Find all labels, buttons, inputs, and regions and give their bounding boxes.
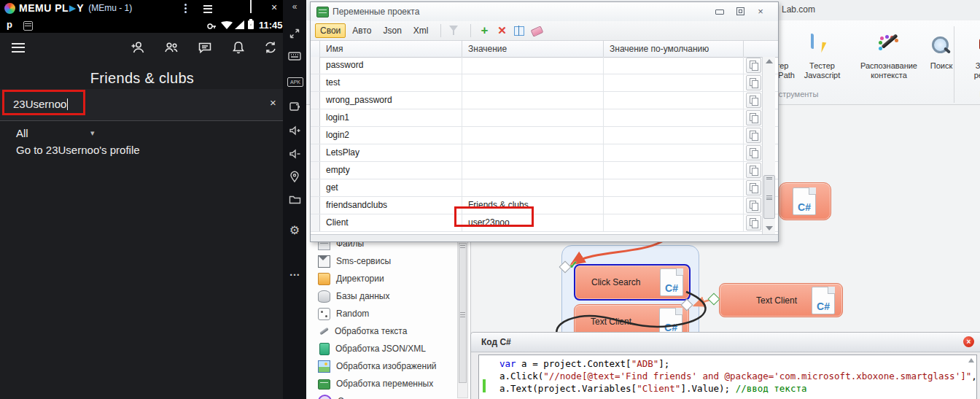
- grid-rows: password test wrong_password login1 logi…: [311, 57, 778, 232]
- table-row[interactable]: wrong_password: [311, 92, 778, 109]
- copy-icon[interactable]: [746, 145, 761, 160]
- header-default[interactable]: Значение по-умолчанию: [604, 41, 744, 57]
- fullscreen-icon[interactable]: [283, 28, 306, 42]
- signal-icon: [235, 20, 244, 29]
- highlight-search-input: [2, 90, 85, 115]
- copy-icon[interactable]: [746, 75, 761, 90]
- filter-dropdown[interactable]: All: [16, 127, 28, 139]
- header-value[interactable]: Значение: [462, 41, 604, 57]
- divider: [0, 120, 283, 121]
- restore-button[interactable]: [734, 7, 746, 17]
- header-selector: [311, 41, 320, 57]
- variables-window-titlebar[interactable]: Переменные проекта ×: [311, 2, 778, 22]
- variables-window-title: Переменные проекта: [332, 7, 419, 17]
- add-friend-icon[interactable]: [130, 39, 146, 55]
- volume-down-icon[interactable]: [283, 148, 306, 163]
- clear-variable-button[interactable]: [529, 23, 544, 38]
- install-apk-icon[interactable]: APK: [287, 77, 303, 87]
- close-icon[interactable]: ×: [963, 336, 974, 347]
- project-variables-window: Переменные проекта × Свои Авто Json Xml …: [310, 1, 779, 242]
- table-row[interactable]: LetsPlay: [311, 144, 778, 162]
- sync-icon[interactable]: [262, 39, 279, 55]
- statusbar-time: 11:45: [259, 20, 283, 31]
- keyboard-icon[interactable]: [283, 51, 306, 64]
- messages-icon[interactable]: [197, 39, 213, 55]
- tab-own[interactable]: Свои: [315, 23, 346, 38]
- code-editor[interactable]: var a = project.Context["ADB"]; a.Click(…: [478, 355, 977, 399]
- volume-up-icon[interactable]: [283, 125, 306, 139]
- location-icon[interactable]: [283, 171, 306, 186]
- table-row[interactable]: get: [311, 179, 778, 197]
- header-name[interactable]: Имя: [320, 41, 462, 57]
- search-icon: [930, 35, 953, 58]
- ribbon-label: контекста: [871, 71, 907, 80]
- filter-icon[interactable]: [447, 23, 462, 38]
- code-line-3: a.Text(project.Variables["Client"].Value…: [499, 383, 806, 394]
- rename-variable-button[interactable]: [512, 23, 526, 38]
- friends-group-icon[interactable]: [163, 39, 179, 55]
- tab-xml[interactable]: Xml: [408, 23, 434, 38]
- instance-name: (MEmu - 1): [88, 3, 132, 13]
- minimize-button[interactable]: [714, 7, 726, 17]
- folder-icon[interactable]: [283, 194, 306, 207]
- table-row[interactable]: login2: [311, 127, 778, 144]
- variables-toolbar: Свои Авто Json Xml + ✕: [311, 21, 778, 41]
- scrollbar-thumb[interactable]: [763, 175, 775, 219]
- page-title: Friends & clubs: [0, 70, 284, 87]
- code-panel-title: Код C#: [481, 337, 511, 347]
- ribbon-group-separator: [954, 26, 954, 103]
- collapse-sidebar-icon[interactable]: «: [283, 1, 306, 12]
- table-row[interactable]: login1: [311, 109, 778, 127]
- delete-variable-button[interactable]: ✕: [494, 23, 509, 38]
- copy-icon[interactable]: [746, 198, 761, 213]
- copy-icon[interactable]: [746, 93, 761, 108]
- copy-icon[interactable]: [746, 128, 761, 143]
- copy-icon[interactable]: [746, 58, 761, 73]
- copy-icon[interactable]: [746, 163, 761, 178]
- more-options-icon[interactable]: …: [283, 266, 306, 278]
- maximize-icon[interactable]: [245, 0, 257, 16]
- app-hamburger-icon[interactable]: [12, 40, 25, 55]
- toolbar-separator: [440, 24, 441, 37]
- screen: Lab.com Тестер JSONPath Тестер Javascrip…: [0, 0, 980, 399]
- table-row[interactable]: password: [311, 57, 778, 74]
- table-row-client[interactable]: Clientuser23noo: [311, 214, 778, 232]
- copy-icon[interactable]: [746, 215, 761, 231]
- tab-json[interactable]: Json: [378, 23, 406, 38]
- scroll-down-arrow-icon[interactable]: [766, 226, 773, 231]
- screenshot-icon[interactable]: [283, 101, 306, 115]
- ribbon-group-exit: Выход: [959, 90, 980, 98]
- memu-brand: MEMU PL: [19, 2, 69, 14]
- wifi-icon: [221, 21, 233, 29]
- close-button[interactable]: ×: [755, 7, 766, 17]
- tab-auto[interactable]: Авто: [347, 23, 376, 38]
- table-row[interactable]: friendsandclubsFriends & clubs: [311, 197, 778, 214]
- profile-suggestion-link[interactable]: Go to 23Usernoo's profile: [16, 144, 140, 156]
- minimize-icon[interactable]: [223, 0, 235, 16]
- notifications-bell-icon[interactable]: [230, 39, 246, 55]
- scroll-up-arrow-icon[interactable]: [968, 358, 974, 363]
- table-row[interactable]: test: [311, 74, 778, 92]
- variables-grid: Имя Значение Значение по-умолчанию passw…: [311, 41, 778, 234]
- copy-icon[interactable]: [746, 110, 761, 125]
- grid-scrollbar[interactable]: [762, 57, 775, 234]
- close-icon[interactable]: ×: [268, 0, 280, 16]
- statusbar-app-icon: [23, 21, 33, 31]
- copy-icon[interactable]: [746, 180, 761, 195]
- table-row[interactable]: empty: [311, 162, 778, 179]
- key-icon: [207, 20, 217, 30]
- settings-gear-icon[interactable]: ⚙: [283, 223, 306, 237]
- code-line-2: a.Click("//node[@text='Find friends' and…: [499, 371, 977, 381]
- clear-search-icon[interactable]: ×: [270, 96, 276, 109]
- scroll-up-arrow-icon[interactable]: [766, 59, 773, 63]
- ribbon-label: Поиск: [930, 61, 952, 71]
- zenno-window-title: Lab.com: [782, 4, 815, 15]
- code-line-1: var a = project.Context["ADB"];: [499, 358, 669, 369]
- context-recognition-icon: [877, 35, 901, 58]
- memu-logo-icon: [4, 3, 15, 14]
- emulator-titlebar[interactable]: MEMU PL ▶ Y (MEmu - 1) ×: [0, 0, 306, 16]
- add-variable-button[interactable]: +: [477, 23, 491, 38]
- ribbon-button-context-recognition[interactable]: Распознавание контекста: [852, 35, 926, 99]
- ribbon-label: Тестер: [809, 61, 835, 71]
- chevron-down-icon[interactable]: ▾: [90, 128, 95, 138]
